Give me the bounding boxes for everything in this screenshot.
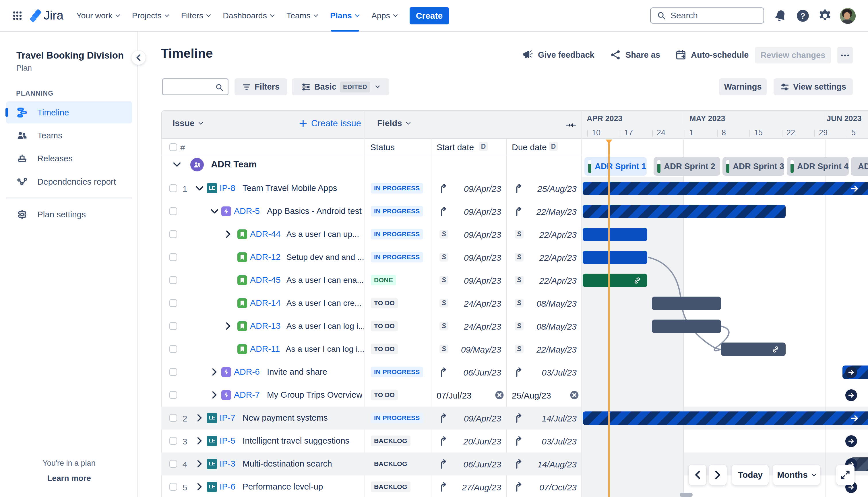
svg-text:?: ? <box>800 12 805 20</box>
